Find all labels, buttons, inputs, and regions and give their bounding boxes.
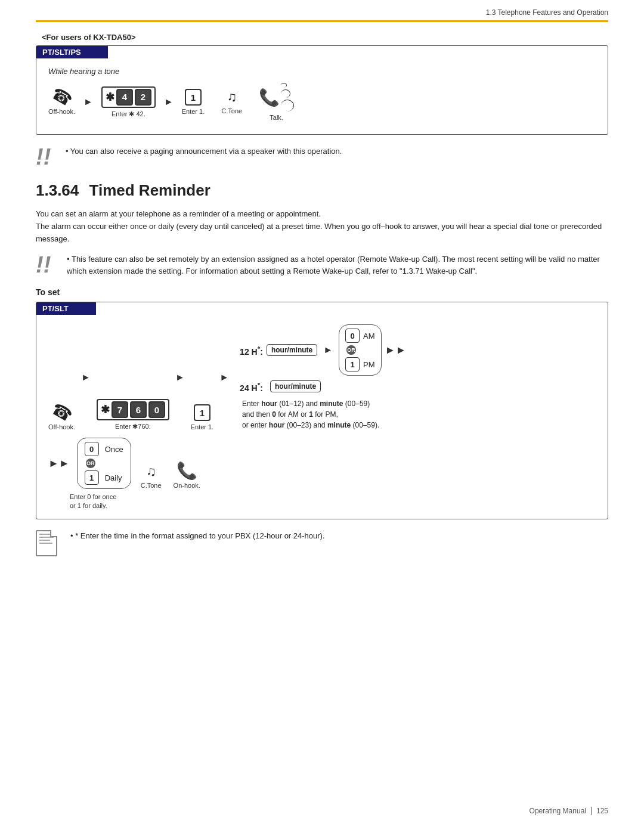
24h-row: 24 H*: hour/minute — [240, 380, 406, 392]
arrow3: ► — [81, 372, 91, 383]
hour-bold: hour — [261, 400, 277, 408]
while-tone-label: While hearing a tone — [48, 67, 596, 76]
key-1-daily: 1 — [85, 470, 99, 485]
offhook-phone-icon: ☎ — [48, 85, 75, 110]
offhook-label: Off-hook. — [48, 108, 75, 115]
key-group-760: ✱ 7 6 0 — [97, 399, 169, 420]
wave-lines — [281, 83, 294, 112]
section-number: 1.3.64 — [36, 181, 79, 199]
key-4: 4 — [116, 89, 133, 106]
pt-box-content: While hearing a tone ☎ Off-hook. ► ✱ 4 2… — [36, 58, 608, 134]
daily-row: 1 Daily — [85, 470, 123, 485]
am-row: 0 AM — [345, 329, 375, 343]
offhook-item2: ☎ Off-hook. — [48, 404, 75, 431]
paper-line4 — [39, 543, 52, 544]
enter-desc: Enter hour (01–12) and minute (00–59) an… — [242, 398, 406, 431]
once-label: Once — [105, 445, 123, 454]
ctone-label: C.Tone — [221, 107, 242, 114]
diagram-row2: ►► 0 Once OR 1 Daily — [48, 438, 596, 489]
enter42-label: Enter ✱ 42. — [112, 110, 145, 118]
key-0-am: 0 — [345, 329, 360, 343]
to-set-label: To set — [36, 287, 608, 297]
minute-bold2: minute — [327, 421, 351, 429]
1-bold: 1 — [309, 410, 313, 419]
or-badge-ampm: OR — [346, 345, 356, 355]
star-key2: ✱ — [101, 403, 110, 416]
or-row-ampm: OR — [345, 345, 375, 355]
music-note-icon: ♫ — [227, 89, 237, 105]
header-title: 1.3 Telephone Features and Operation — [486, 8, 608, 17]
ctone-item: ♫ C.Tone — [221, 89, 242, 114]
wave3 — [281, 100, 294, 112]
arrow1: ► — [83, 97, 93, 107]
offhook-label2: Off-hook. — [48, 423, 75, 431]
talk-item: 📞 Talk. — [259, 83, 294, 121]
minute-bold: minute — [320, 400, 343, 408]
key-0-760: 0 — [148, 401, 165, 418]
body-text-1: You can set an alarm at your telephone a… — [36, 208, 608, 245]
exclamation-icon: !! — [36, 145, 57, 168]
ptbox2-inner: ☎ Off-hook. ► ✱ 7 6 0 Enter ✱760. ► — [36, 321, 608, 509]
talk-label: Talk. — [270, 114, 283, 121]
bottom-note-text: • * Enter the time in the format assigne… — [70, 530, 325, 542]
top-note-text: • You can also receive a paging announce… — [66, 145, 342, 157]
key1-item: 1 Enter 1. — [182, 89, 205, 115]
section-note-block: !! • This feature can also be set remote… — [36, 253, 608, 277]
onhook-label: On-hook. — [174, 482, 200, 489]
enter1-label2: Enter 1. — [191, 423, 214, 431]
hour-minute-box-24h: hour/minute — [270, 380, 321, 392]
am-label: AM — [363, 332, 375, 340]
paper-lines — [37, 531, 56, 545]
talk-icon: 📞 — [259, 83, 294, 112]
top-note-block: !! • You can also receive a paging annou… — [36, 145, 608, 168]
pt-slt-ps-box: PT/SLT/PS While hearing a tone ☎ Off-hoo… — [36, 45, 608, 135]
or-badge-oncedaily: OR — [86, 459, 95, 468]
once-daily-brace: 0 Once OR 1 Daily — [77, 438, 131, 489]
paper-line1 — [39, 534, 51, 535]
main-diagram-row1: ☎ Off-hook. ► ✱ 7 6 0 Enter ✱760. ► — [48, 324, 596, 431]
talk-phone-icon: 📞 — [259, 88, 280, 107]
once-daily-desc: Enter 0 for once or 1 for daily. — [70, 491, 147, 509]
double-arrow-right: ►► — [385, 344, 407, 357]
pt-slt-ps-label: PT/SLT/PS — [36, 46, 108, 58]
am-pm-brace: 0 AM OR 1 PM — [339, 324, 382, 376]
enter1-label: Enter 1. — [182, 108, 205, 115]
pm-row: 1 PM — [345, 357, 375, 371]
24h-label: 24 H*: — [240, 381, 263, 393]
music-note-icon2: ♫ — [146, 464, 156, 479]
page: 1.3 Telephone Features and Operation <Fo… — [0, 0, 644, 833]
enter1-label3: or 1 for daily. — [70, 502, 147, 509]
bottom-note-content: * Enter the time in the format assigned … — [75, 531, 324, 540]
key1-item2: 1 Enter 1. — [191, 404, 214, 431]
hour-bold2: hour — [269, 421, 285, 429]
daily-label: Daily — [105, 473, 122, 482]
body1: You can set an alarm at your telephone a… — [36, 209, 321, 218]
onhook-phone-icon: 📞 — [177, 463, 197, 479]
ctone-item2: ♫ C.Tone — [141, 464, 162, 489]
enter760-label: Enter ✱760. — [115, 423, 151, 431]
key-2: 2 — [135, 89, 151, 106]
paper-line2 — [39, 537, 54, 538]
top-diagram-row: ☎ Off-hook. ► ✱ 4 2 Enter ✱ 42. ► 1 — [48, 83, 596, 121]
star-key: ✱ — [106, 91, 114, 104]
bullet-dot3: • — [70, 531, 75, 540]
key-7: 7 — [112, 401, 128, 418]
0-bold: 0 — [272, 410, 276, 419]
double-arrow-left: ►► — [48, 457, 70, 470]
onhook-item: 📞 On-hook. — [174, 463, 200, 489]
paper-icon — [36, 530, 62, 556]
arrow4: ► — [175, 372, 185, 383]
once-row: 0 Once — [85, 442, 123, 456]
offhook-phone-icon2: ☎ — [48, 401, 75, 426]
time-section: 12 H*: hour/minute ► 0 AM OR — [240, 324, 406, 431]
row2-labels: Enter 0 for once or 1 for daily. — [48, 491, 596, 509]
pt-slt-label: PT/SLT — [36, 302, 96, 315]
wave2 — [281, 89, 290, 98]
hour-minute-box-12h: hour/minute — [267, 344, 317, 356]
key-1-top: 1 — [185, 89, 202, 106]
or-row-oncedaily: OR — [85, 459, 123, 468]
exclamation-icon2: !! — [36, 253, 60, 276]
bullet-dot: • — [66, 147, 70, 156]
wave1 — [281, 83, 287, 88]
12h-label: 12 H*: — [240, 345, 263, 357]
